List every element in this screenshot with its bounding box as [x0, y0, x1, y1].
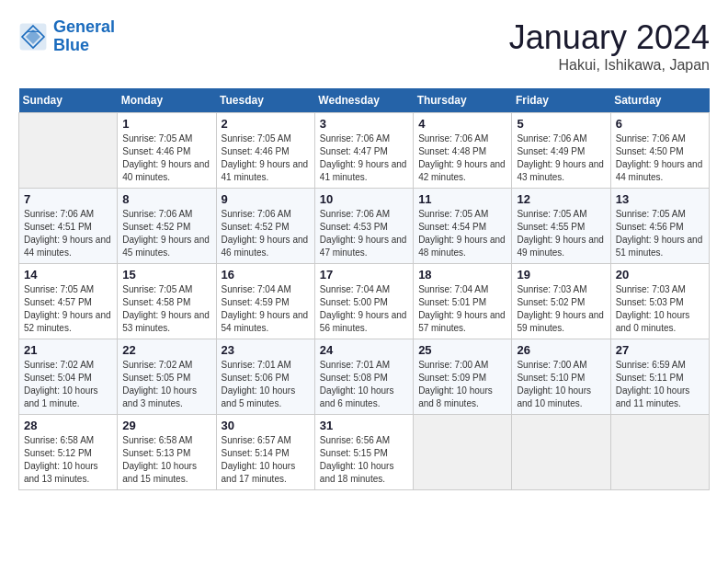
day-number: 21 — [24, 343, 112, 357]
day-info: Sunrise: 7:05 AMSunset: 4:54 PMDaylight:… — [418, 208, 506, 259]
day-number: 25 — [418, 343, 506, 357]
day-number: 24 — [320, 343, 408, 357]
calendar-cell — [414, 415, 512, 490]
calendar-cell: 24Sunrise: 7:01 AMSunset: 5:08 PMDayligh… — [314, 339, 413, 415]
day-number: 18 — [418, 268, 506, 282]
calendar-cell: 9Sunrise: 7:06 AMSunset: 4:52 PMDaylight… — [216, 189, 314, 264]
calendar-cell: 15Sunrise: 7:05 AMSunset: 4:58 PMDayligh… — [118, 264, 216, 339]
day-number: 6 — [616, 117, 704, 131]
day-info: Sunrise: 7:03 AMSunset: 5:03 PMDaylight:… — [616, 283, 704, 335]
day-number: 13 — [616, 192, 704, 206]
day-number: 12 — [517, 192, 605, 206]
week-row-4: 21Sunrise: 7:02 AMSunset: 5:04 PMDayligh… — [19, 339, 710, 415]
day-number: 10 — [320, 192, 408, 206]
calendar-cell: 26Sunrise: 7:00 AMSunset: 5:10 PMDayligh… — [512, 339, 610, 415]
header-row: SundayMondayTuesdayWednesdayThursdayFrid… — [19, 88, 710, 113]
calendar-cell: 17Sunrise: 7:04 AMSunset: 5:00 PMDayligh… — [314, 264, 413, 339]
calendar-cell — [512, 415, 610, 490]
calendar-cell: 3Sunrise: 7:06 AMSunset: 4:47 PMDaylight… — [314, 113, 413, 189]
day-info: Sunrise: 7:05 AMSunset: 4:55 PMDaylight:… — [517, 208, 605, 259]
week-row-1: 1Sunrise: 7:05 AMSunset: 4:46 PMDaylight… — [19, 113, 710, 189]
calendar-cell: 28Sunrise: 6:58 AMSunset: 5:12 PMDayligh… — [19, 415, 118, 490]
day-number: 30 — [222, 419, 310, 432]
calendar-cell: 18Sunrise: 7:04 AMSunset: 5:01 PMDayligh… — [414, 264, 512, 339]
day-info: Sunrise: 7:05 AMSunset: 4:46 PMDaylight:… — [222, 132, 310, 184]
calendar-cell: 10Sunrise: 7:06 AMSunset: 4:53 PMDayligh… — [314, 189, 413, 264]
day-number: 16 — [222, 268, 310, 282]
day-info: Sunrise: 7:06 AMSunset: 4:47 PMDaylight:… — [320, 132, 408, 184]
calendar-cell: 5Sunrise: 7:06 AMSunset: 4:49 PMDaylight… — [512, 113, 610, 189]
day-info: Sunrise: 6:57 AMSunset: 5:14 PMDaylight:… — [222, 434, 310, 486]
day-info: Sunrise: 6:56 AMSunset: 5:15 PMDaylight:… — [320, 434, 408, 486]
month-title: January 2024 — [509, 18, 710, 57]
title-block: January 2024 Hakui, Ishikawa, Japan — [509, 18, 710, 74]
logo: General Blue — [18, 18, 115, 55]
logo-icon — [18, 22, 48, 52]
calendar-cell: 16Sunrise: 7:04 AMSunset: 4:59 PMDayligh… — [216, 264, 314, 339]
col-header-friday: Friday — [512, 88, 610, 113]
calendar-cell: 25Sunrise: 7:00 AMSunset: 5:09 PMDayligh… — [414, 339, 512, 415]
col-header-sunday: Sunday — [19, 88, 118, 113]
calendar-cell — [19, 113, 118, 189]
day-info: Sunrise: 7:06 AMSunset: 4:48 PMDaylight:… — [418, 132, 506, 184]
col-header-saturday: Saturday — [610, 88, 709, 113]
day-info: Sunrise: 7:04 AMSunset: 4:59 PMDaylight:… — [222, 283, 310, 335]
day-info: Sunrise: 7:01 AMSunset: 5:08 PMDaylight:… — [320, 359, 408, 410]
day-number: 26 — [517, 343, 605, 357]
day-number: 3 — [320, 117, 408, 131]
calendar-cell: 20Sunrise: 7:03 AMSunset: 5:03 PMDayligh… — [610, 264, 709, 339]
day-info: Sunrise: 7:06 AMSunset: 4:51 PMDaylight:… — [24, 208, 112, 259]
day-number: 7 — [24, 192, 112, 206]
calendar-cell: 11Sunrise: 7:05 AMSunset: 4:54 PMDayligh… — [414, 189, 512, 264]
day-info: Sunrise: 6:59 AMSunset: 5:11 PMDaylight:… — [616, 359, 704, 410]
day-info: Sunrise: 7:03 AMSunset: 5:02 PMDaylight:… — [517, 283, 605, 335]
day-info: Sunrise: 7:02 AMSunset: 5:05 PMDaylight:… — [122, 359, 210, 410]
day-info: Sunrise: 7:04 AMSunset: 5:01 PMDaylight:… — [418, 283, 506, 335]
day-info: Sunrise: 6:58 AMSunset: 5:13 PMDaylight:… — [122, 434, 210, 486]
col-header-thursday: Thursday — [414, 88, 512, 113]
week-row-3: 14Sunrise: 7:05 AMSunset: 4:57 PMDayligh… — [19, 264, 710, 339]
day-number: 2 — [222, 117, 310, 131]
day-number: 22 — [122, 343, 210, 357]
day-info: Sunrise: 7:05 AMSunset: 4:46 PMDaylight:… — [122, 132, 210, 184]
calendar-cell: 22Sunrise: 7:02 AMSunset: 5:05 PMDayligh… — [118, 339, 216, 415]
day-number: 20 — [616, 268, 704, 282]
day-info: Sunrise: 7:04 AMSunset: 5:00 PMDaylight:… — [320, 283, 408, 335]
day-number: 17 — [320, 268, 408, 282]
calendar-cell: 21Sunrise: 7:02 AMSunset: 5:04 PMDayligh… — [19, 339, 118, 415]
calendar-cell: 1Sunrise: 7:05 AMSunset: 4:46 PMDaylight… — [118, 113, 216, 189]
calendar-cell: 12Sunrise: 7:05 AMSunset: 4:55 PMDayligh… — [512, 189, 610, 264]
week-row-2: 7Sunrise: 7:06 AMSunset: 4:51 PMDaylight… — [19, 189, 710, 264]
day-number: 11 — [418, 192, 506, 206]
logo-line2: Blue — [53, 36, 89, 54]
day-info: Sunrise: 7:06 AMSunset: 4:52 PMDaylight:… — [122, 208, 210, 259]
calendar-cell: 29Sunrise: 6:58 AMSunset: 5:13 PMDayligh… — [118, 415, 216, 490]
logo-line1: General — [53, 17, 115, 36]
day-number: 14 — [24, 268, 112, 282]
day-number: 23 — [222, 343, 310, 357]
calendar-cell — [610, 415, 709, 490]
calendar-cell: 14Sunrise: 7:05 AMSunset: 4:57 PMDayligh… — [19, 264, 118, 339]
day-info: Sunrise: 7:05 AMSunset: 4:56 PMDaylight:… — [616, 208, 704, 259]
col-header-tuesday: Tuesday — [216, 88, 314, 113]
day-number: 15 — [122, 268, 210, 282]
calendar-table: SundayMondayTuesdayWednesdayThursdayFrid… — [18, 88, 710, 490]
calendar-cell: 31Sunrise: 6:56 AMSunset: 5:15 PMDayligh… — [314, 415, 413, 490]
day-info: Sunrise: 7:05 AMSunset: 4:57 PMDaylight:… — [24, 283, 112, 335]
calendar-cell: 23Sunrise: 7:01 AMSunset: 5:06 PMDayligh… — [216, 339, 314, 415]
day-info: Sunrise: 7:01 AMSunset: 5:06 PMDaylight:… — [222, 359, 310, 410]
day-info: Sunrise: 7:06 AMSunset: 4:49 PMDaylight:… — [517, 132, 605, 184]
day-info: Sunrise: 7:00 AMSunset: 5:10 PMDaylight:… — [517, 359, 605, 410]
day-info: Sunrise: 7:06 AMSunset: 4:50 PMDaylight:… — [616, 132, 704, 184]
day-number: 31 — [320, 419, 408, 432]
col-header-monday: Monday — [118, 88, 216, 113]
day-number: 5 — [517, 117, 605, 131]
day-info: Sunrise: 7:02 AMSunset: 5:04 PMDaylight:… — [24, 359, 112, 410]
calendar-cell: 7Sunrise: 7:06 AMSunset: 4:51 PMDaylight… — [19, 189, 118, 264]
day-info: Sunrise: 7:06 AMSunset: 4:53 PMDaylight:… — [320, 208, 408, 259]
day-info: Sunrise: 6:58 AMSunset: 5:12 PMDaylight:… — [24, 434, 112, 486]
day-number: 19 — [517, 268, 605, 282]
calendar-cell: 8Sunrise: 7:06 AMSunset: 4:52 PMDaylight… — [118, 189, 216, 264]
day-number: 4 — [418, 117, 506, 131]
calendar-cell: 13Sunrise: 7:05 AMSunset: 4:56 PMDayligh… — [610, 189, 709, 264]
